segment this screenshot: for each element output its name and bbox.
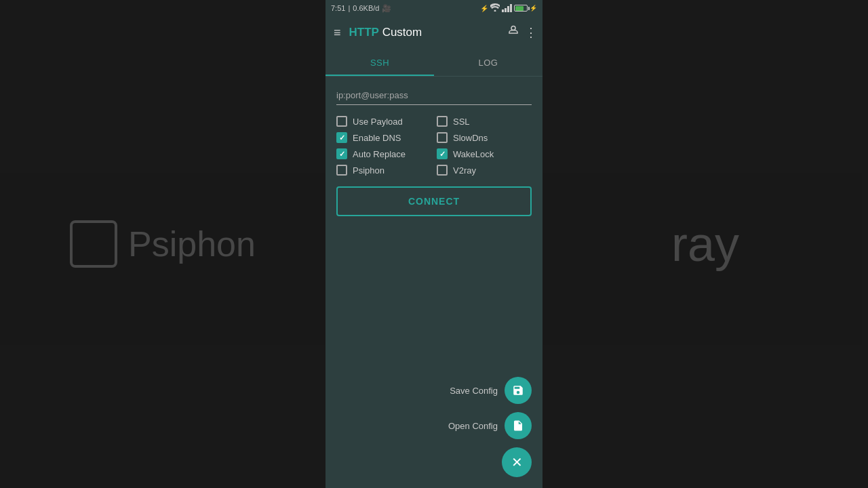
- tabs: SSH LOG: [326, 49, 542, 77]
- server-input[interactable]: [336, 87, 532, 105]
- slow-dns-checkbox[interactable]: [437, 132, 448, 143]
- close-fab-button[interactable]: ✕: [502, 447, 532, 477]
- wake-lock-checkbox[interactable]: [437, 148, 448, 159]
- psiphon-checkbox[interactable]: [336, 165, 347, 176]
- v2ray-label: V2ray: [453, 165, 476, 176]
- save-config-label: Save Config: [450, 386, 498, 396]
- ssl-label: SSL: [453, 117, 470, 127]
- save-config-row: Save Config: [450, 377, 532, 404]
- bg-right-text: ray: [671, 216, 739, 272]
- data-speed: |: [348, 4, 350, 12]
- use-payload-label: Use Payload: [353, 117, 403, 127]
- connect-button[interactable]: CONNECT: [336, 186, 532, 216]
- camera-icon: 🎥: [382, 4, 391, 13]
- enable-dns-label: Enable DNS: [353, 133, 401, 143]
- app-title-http: HTTP: [349, 26, 379, 39]
- checkbox-ssl[interactable]: SSL: [437, 116, 532, 127]
- status-bar: 7:51 | 0.6KB/d 🎥 ⚡ ⚡: [326, 0, 542, 16]
- ssl-checkbox[interactable]: [437, 116, 448, 127]
- checkbox-v2ray[interactable]: V2ray: [437, 165, 532, 176]
- menu-icon[interactable]: ≡: [331, 23, 344, 43]
- battery-icon: [514, 5, 528, 12]
- charging-icon: ⚡: [530, 5, 537, 12]
- tab-log[interactable]: LOG: [434, 49, 542, 76]
- close-icon: ✕: [511, 454, 523, 470]
- slow-dns-label: SlowDns: [453, 133, 488, 143]
- auto-replace-checkbox[interactable]: [336, 148, 347, 159]
- fab-area: Save Config Open Config ✕: [437, 366, 542, 488]
- status-right: ⚡ ⚡: [480, 3, 537, 13]
- bg-left: Psiphon: [0, 0, 326, 488]
- checkbox-enable-dns[interactable]: Enable DNS: [336, 132, 431, 143]
- more-options-icon[interactable]: ⋮: [525, 25, 537, 40]
- bg-left-text: Psiphon: [128, 224, 256, 264]
- open-config-row: Open Config: [448, 412, 532, 439]
- wake-lock-label: WakeLock: [453, 149, 494, 159]
- tab-ssh[interactable]: SSH: [326, 49, 434, 76]
- app-title: HTTP Custom: [349, 26, 502, 39]
- app-header: ≡ HTTP Custom ⋮: [326, 16, 542, 49]
- phone-frame: 7:51 | 0.6KB/d 🎥 ⚡ ⚡ ≡: [326, 0, 542, 488]
- open-config-label: Open Config: [448, 421, 498, 431]
- enable-dns-checkbox[interactable]: [336, 132, 347, 143]
- open-config-button[interactable]: [505, 412, 532, 439]
- status-left: 7:51 | 0.6KB/d 🎥: [331, 4, 391, 13]
- bluetooth-icon: ⚡: [480, 5, 488, 12]
- data-speed-value: 0.6KB/d: [353, 4, 379, 12]
- bg-logo-box: [70, 220, 117, 268]
- save-config-button[interactable]: [505, 377, 532, 404]
- checkbox-wake-lock[interactable]: WakeLock: [437, 148, 532, 159]
- psiphon-label: Psiphon: [353, 165, 384, 176]
- auto-replace-label: Auto Replace: [353, 149, 406, 159]
- checkboxes-grid: Use Payload SSL Enable DNS SlowDns Auto …: [336, 116, 532, 176]
- close-fab-row: ✕: [502, 447, 532, 477]
- header-icons: ⋮: [507, 25, 537, 41]
- app-title-custom: Custom: [379, 26, 422, 39]
- v2ray-checkbox[interactable]: [437, 165, 448, 176]
- bg-right: ray: [542, 0, 868, 488]
- signal-bars: [502, 4, 512, 12]
- wifi-icon: [490, 3, 500, 13]
- bookmark-icon[interactable]: [507, 25, 519, 41]
- time-display: 7:51: [331, 4, 345, 12]
- checkbox-psiphon[interactable]: Psiphon: [336, 165, 431, 176]
- checkbox-use-payload[interactable]: Use Payload: [336, 116, 431, 127]
- checkbox-slow-dns[interactable]: SlowDns: [437, 132, 532, 143]
- use-payload-checkbox[interactable]: [336, 116, 347, 127]
- checkbox-auto-replace[interactable]: Auto Replace: [336, 148, 431, 159]
